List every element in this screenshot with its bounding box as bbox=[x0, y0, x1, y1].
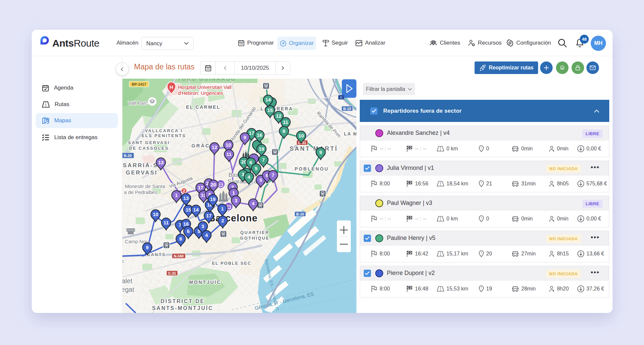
svg-text:11: 11 bbox=[163, 220, 169, 225]
svg-text:13: 13 bbox=[183, 195, 189, 201]
svg-text:8: 8 bbox=[283, 128, 285, 134]
svg-text:9: 9 bbox=[146, 245, 149, 250]
svg-text:7: 7 bbox=[272, 172, 274, 178]
svg-text:7: 7 bbox=[262, 157, 265, 163]
svg-text:7: 7 bbox=[179, 222, 181, 228]
svg-text:H: H bbox=[170, 84, 173, 90]
svg-text:19: 19 bbox=[259, 146, 264, 152]
svg-text:3: 3 bbox=[202, 223, 204, 229]
svg-text:N-340: N-340 bbox=[174, 254, 184, 258]
svg-text:20: 20 bbox=[211, 182, 216, 187]
svg-text:egat: egat bbox=[122, 286, 134, 293]
svg-text:B-10: B-10 bbox=[343, 107, 351, 111]
svg-text:B-10: B-10 bbox=[296, 212, 304, 216]
svg-text:Barcelone: Barcelone bbox=[208, 213, 257, 223]
svg-text:DISTRICT DE: DISTRICT DE bbox=[161, 298, 205, 304]
svg-text:13: 13 bbox=[158, 160, 164, 165]
svg-text:C-31: C-31 bbox=[168, 271, 176, 275]
svg-text:2: 2 bbox=[221, 218, 224, 223]
svg-text:11: 11 bbox=[226, 151, 232, 157]
svg-text:EL POBLE SEC: EL POBLE SEC bbox=[212, 261, 251, 266]
svg-text:11: 11 bbox=[283, 119, 288, 125]
svg-text:QUARTIER: QUARTIER bbox=[240, 230, 269, 235]
svg-text:Vall Parc: Vall Parc bbox=[128, 100, 148, 106]
svg-text:6: 6 bbox=[187, 228, 190, 234]
svg-text:12: 12 bbox=[212, 144, 217, 150]
svg-text:ELS PENITENTS: ELS PENITENTS bbox=[142, 133, 186, 138]
svg-text:17: 17 bbox=[206, 213, 212, 218]
svg-text:B-20: B-20 bbox=[124, 154, 132, 158]
svg-text:C: C bbox=[340, 96, 343, 99]
svg-text:15: 15 bbox=[186, 207, 191, 212]
svg-text:16: 16 bbox=[183, 221, 189, 227]
svg-text:GRERA: GRERA bbox=[272, 106, 293, 111]
svg-text:5: 5 bbox=[259, 177, 262, 183]
svg-text:SANT MARTÍ: SANT MARTÍ bbox=[290, 145, 338, 152]
svg-text:SANTS-MONTJUÏC: SANTS-MONTJUÏC bbox=[152, 305, 213, 311]
svg-text:TURÓ GUINARDÓ: TURÓ GUINARDÓ bbox=[178, 79, 236, 82]
svg-text:15: 15 bbox=[267, 107, 273, 113]
svg-text:a de Pedralbes: a de Pedralbes bbox=[124, 189, 158, 195]
svg-text:10: 10 bbox=[226, 142, 231, 148]
svg-text:SANTS: SANTS bbox=[147, 252, 166, 257]
svg-text:EL CARMEL: EL CARMEL bbox=[186, 104, 220, 110]
svg-text:1: 1 bbox=[175, 192, 178, 198]
svg-text:4: 4 bbox=[248, 174, 251, 180]
svg-text:14: 14 bbox=[265, 97, 271, 102]
svg-text:3: 3 bbox=[235, 198, 237, 203]
svg-text:17: 17 bbox=[198, 185, 204, 190]
svg-text:19: 19 bbox=[210, 196, 216, 202]
svg-text:4: 4 bbox=[252, 201, 255, 206]
svg-text:c: c bbox=[122, 258, 124, 264]
svg-text:GOTHIQUE: GOTHIQUE bbox=[240, 236, 269, 241]
svg-text:VALLCARCA I: VALLCARCA I bbox=[145, 128, 183, 133]
svg-text:GERVASI: GERVASI bbox=[126, 170, 158, 176]
svg-text:alet: alet bbox=[122, 277, 133, 285]
svg-text:4: 4 bbox=[205, 232, 208, 238]
svg-text:DE CASSOLES: DE CASSOLES bbox=[129, 146, 169, 151]
svg-text:12: 12 bbox=[276, 113, 282, 119]
svg-text:9: 9 bbox=[244, 134, 246, 140]
svg-text:17: 17 bbox=[249, 130, 254, 136]
svg-text:9: 9 bbox=[319, 149, 322, 155]
svg-text:6: 6 bbox=[250, 160, 252, 165]
svg-text:16: 16 bbox=[257, 132, 262, 138]
svg-text:BP-1417: BP-1417 bbox=[132, 82, 146, 86]
svg-text:Monestir de Santa: Monestir de Santa bbox=[125, 183, 165, 189]
svg-text:5: 5 bbox=[255, 166, 257, 171]
svg-text:MONTJUÏC: MONTJUÏC bbox=[189, 280, 221, 285]
svg-text:LA M: LA M bbox=[344, 131, 356, 136]
svg-text:d'Hebron: Urgències: d'Hebron: Urgències bbox=[178, 90, 223, 96]
svg-text:8: 8 bbox=[179, 236, 182, 242]
svg-text:10: 10 bbox=[153, 211, 159, 217]
svg-text:1: 1 bbox=[232, 190, 235, 196]
svg-text:SANT GERVASI: SANT GERVASI bbox=[128, 140, 170, 145]
svg-text:Hospital Universitari Vall: Hospital Universitari Vall bbox=[178, 84, 231, 90]
svg-text:POBLENOU: POBLENOU bbox=[295, 166, 329, 172]
svg-text:14: 14 bbox=[193, 207, 199, 212]
svg-text:20: 20 bbox=[241, 159, 247, 165]
svg-text:1: 1 bbox=[221, 206, 224, 211]
svg-text:10: 10 bbox=[299, 133, 304, 138]
svg-text:2: 2 bbox=[183, 189, 185, 193]
